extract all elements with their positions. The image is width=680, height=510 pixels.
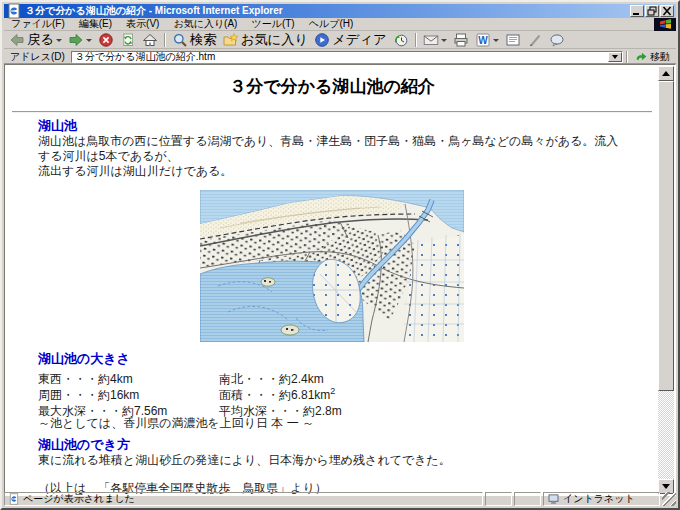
search-button[interactable]: 検索 <box>169 32 220 49</box>
home-button[interactable] <box>139 32 161 49</box>
title-bar: ３分で分かる湖山池の紹介 - Microsoft Internet Explor… <box>4 4 676 18</box>
vertical-scrollbar[interactable] <box>658 66 674 494</box>
browser-viewport: ３分で分かる湖山池の紹介 湖山池 湖山池は鳥取市の西に位置する潟湖であり、青島・… <box>4 64 676 496</box>
status-bar: ページが表示されました イントラネット <box>4 490 676 506</box>
menu-file[interactable]: ファイル(F) <box>4 18 72 31</box>
menu-favorites[interactable]: お気に入り(A) <box>166 18 244 31</box>
messenger-icon <box>549 32 565 48</box>
size-row: 周囲・・・約16km面積・・・約6.81km2 <box>38 384 658 400</box>
address-dropdown-button[interactable] <box>608 52 622 62</box>
toolbar-separator <box>415 33 417 47</box>
word-icon: W <box>475 32 491 48</box>
restore-button[interactable] <box>645 5 659 17</box>
pen-button[interactable] <box>524 32 546 49</box>
back-arrow-icon <box>9 32 25 48</box>
pen-icon <box>527 32 543 48</box>
home-icon <box>142 32 158 48</box>
refresh-button[interactable] <box>117 32 139 49</box>
browser-window: ３分で分かる湖山池の紹介 - Microsoft Internet Explor… <box>0 0 680 510</box>
section-heading-formation: 湖山池のでき方 <box>38 438 658 452</box>
intro-paragraph: 湖山池は鳥取市の西に位置する潟湖であり、青島・津生島・団子島・猫島・鳥ヶ島などの… <box>38 134 626 179</box>
svg-text:W: W <box>478 35 488 46</box>
back-button[interactable]: 戻る <box>6 32 65 49</box>
print-button[interactable] <box>450 32 472 49</box>
address-combobox <box>71 51 623 63</box>
status-empty-pane <box>514 492 541 506</box>
refresh-icon <box>120 32 136 48</box>
status-message-pane: ページが表示されました <box>4 492 483 506</box>
messenger-button[interactable] <box>546 32 568 49</box>
menu-help[interactable]: ヘルプ(H) <box>302 18 361 31</box>
resize-grip[interactable] <box>662 492 676 506</box>
forward-arrow-icon <box>68 32 84 48</box>
toolbar-separator <box>164 33 166 47</box>
print-icon <box>453 32 469 48</box>
window-title: ３分で分かる湖山池の紹介 - Microsoft Internet Explor… <box>25 4 630 18</box>
chevron-down-icon <box>612 55 618 62</box>
size-row: 東西・・・約4km南北・・・約2.4km <box>38 368 658 384</box>
scrollbar-thumb[interactable] <box>658 81 674 391</box>
menu-bar: ファイル(F) 編集(E) 表示(V) お気に入り(A) ツール(T) ヘルプ(… <box>4 18 676 31</box>
intranet-icon <box>547 493 560 505</box>
formation-paragraph: 東に流れる堆積と湖山砂丘の発達により、日本海から埋め残されてできた。 <box>38 453 626 468</box>
media-button[interactable]: メディア <box>311 32 390 49</box>
stop-icon <box>98 32 114 48</box>
mail-icon <box>423 32 439 48</box>
status-empty-pane <box>485 492 512 506</box>
mail-dropdown-icon[interactable] <box>441 39 447 45</box>
section-heading-koyamaike: 湖山池 <box>38 119 658 133</box>
discuss-icon <box>505 32 521 48</box>
windows-logo-throbber <box>654 18 676 31</box>
media-icon <box>314 32 330 48</box>
address-input[interactable] <box>72 52 608 62</box>
page-done-icon <box>8 493 20 505</box>
edit-dropdown-icon[interactable] <box>493 39 499 45</box>
history-icon <box>393 32 409 48</box>
section-heading-size: 湖山池の大きさ <box>38 352 658 366</box>
address-label: アドレス(D) <box>6 50 71 64</box>
size-table: 東西・・・約4km南北・・・約2.4km 周囲・・・約16km面積・・・約6.8… <box>38 368 658 416</box>
mail-button[interactable] <box>420 32 450 49</box>
scroll-up-button[interactable] <box>658 66 674 81</box>
forward-button[interactable] <box>65 32 95 49</box>
favorites-icon <box>223 32 239 48</box>
history-button[interactable] <box>390 32 412 49</box>
horizontal-rule <box>12 111 652 113</box>
search-icon <box>172 32 188 48</box>
size-note: ～池としては、香川県の満濃池を上回り日 本 一 ～ <box>38 416 658 432</box>
map-container <box>6 190 658 346</box>
menu-edit[interactable]: 編集(E) <box>72 18 119 31</box>
standard-toolbar: 戻る 検索 お気に入り メディア <box>4 32 676 49</box>
discuss-button[interactable] <box>502 32 524 49</box>
address-bar: アドレス(D) 移動 <box>4 50 676 64</box>
back-dropdown-icon[interactable] <box>56 39 62 45</box>
minimize-button[interactable] <box>630 5 644 17</box>
edit-with-word-button[interactable]: W <box>472 32 502 49</box>
go-button[interactable]: 移動 <box>631 50 674 64</box>
menu-tools[interactable]: ツール(T) <box>244 18 301 31</box>
size-row: 最大水深・・・約7.56m平均水深・・・約2.8m <box>38 400 658 416</box>
toolbar-separator <box>626 51 628 63</box>
web-page: ３分で分かる湖山池の紹介 湖山池 湖山池は鳥取市の西に位置する潟湖であり、青島・… <box>6 65 658 494</box>
stop-button[interactable] <box>95 32 117 49</box>
favorites-button[interactable]: お気に入り <box>220 32 312 49</box>
close-button[interactable] <box>660 5 674 17</box>
menu-view[interactable]: 表示(V) <box>119 18 166 31</box>
forward-dropdown-icon[interactable] <box>86 39 92 45</box>
triangle-up-icon <box>662 67 670 76</box>
security-zone-pane: イントラネット <box>543 492 660 506</box>
page-title: ３分で分かる湖山池の紹介 <box>6 77 658 97</box>
topo-map-image <box>200 190 464 342</box>
go-arrow-icon <box>635 50 648 63</box>
